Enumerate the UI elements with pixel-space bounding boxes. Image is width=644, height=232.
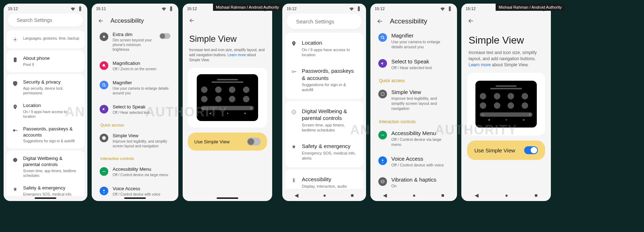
magnifier-icon bbox=[380, 35, 386, 40]
header: Accessibility bbox=[370, 12, 457, 28]
speak-icon bbox=[101, 106, 107, 112]
battery-icon bbox=[356, 6, 362, 12]
shield-icon bbox=[12, 81, 18, 86]
a11y-row-simple-view[interactable]: Simple ViewImprove text legibility, and … bbox=[95, 129, 175, 153]
a11y-row-vibration[interactable]: Vibration & hapticsOn bbox=[373, 172, 454, 189]
phone-a11y-large: 15:12 Accessibility MagnifierUse your ca… bbox=[370, 4, 457, 201]
statusbar: 15:12 bbox=[370, 4, 457, 12]
settings-row-passwords[interactable]: Passwords, passkeys & accountsSuggestion… bbox=[6, 122, 84, 147]
nav-home[interactable]: ● bbox=[413, 192, 415, 198]
svg-point-20 bbox=[293, 178, 295, 179]
a11y-row-menu[interactable]: Accessibility MenuOff / Control device v… bbox=[373, 126, 454, 152]
use-simpleview-row[interactable]: Use Simple View bbox=[467, 140, 545, 160]
use-simpleview-row[interactable]: Use Simple View bbox=[188, 133, 267, 151]
back-icon[interactable] bbox=[376, 18, 383, 25]
svg-point-28 bbox=[382, 160, 383, 161]
svg-point-8 bbox=[103, 36, 105, 37]
nav-recent[interactable]: ■ bbox=[535, 192, 538, 198]
header: Accessibility bbox=[92, 12, 178, 27]
nav-back[interactable]: ◀ bbox=[295, 192, 299, 198]
mock-phone: G ◀●■ bbox=[197, 74, 258, 121]
accessibility-icon bbox=[291, 177, 297, 183]
nav-recent[interactable]: ■ bbox=[441, 192, 444, 198]
a11y-row-magnification[interactable]: MagnificationOff / Zoom in on the screen bbox=[95, 56, 175, 76]
search-input[interactable] bbox=[17, 17, 80, 23]
settings-row-safety[interactable]: Safety & emergencyEmergency SOS, medical… bbox=[285, 138, 363, 166]
header bbox=[461, 12, 551, 27]
magnifier-icon bbox=[101, 82, 107, 88]
search-input[interactable] bbox=[296, 18, 365, 24]
page-title: Accessibility bbox=[390, 17, 427, 25]
location-icon bbox=[12, 104, 18, 110]
wifi-icon bbox=[349, 6, 354, 12]
magnification-icon bbox=[101, 63, 107, 68]
svg-point-17 bbox=[292, 71, 294, 72]
svg-point-23 bbox=[381, 36, 384, 39]
wellbeing-icon bbox=[291, 109, 297, 115]
a11y-row-select-speak[interactable]: Select to SpeakOff / Hear selected text bbox=[373, 54, 454, 75]
status-time: 15:12 bbox=[8, 6, 18, 11]
simpleview-desc: Increase text and icon size, simplify la… bbox=[186, 48, 269, 68]
settings-row-system[interactable]: Languages, gestures, time, backup bbox=[6, 32, 84, 47]
svg-point-25 bbox=[381, 135, 382, 135]
simpleview-toggle[interactable] bbox=[247, 138, 261, 146]
settings-row-security[interactable]: Security & privacyApp security, device l… bbox=[6, 76, 84, 99]
a11y-row-magnifier[interactable]: MagnifierUse your camera to enlarge deta… bbox=[95, 76, 175, 100]
simple-view-icon bbox=[101, 135, 107, 141]
settings-row-wellbeing[interactable]: Digital Wellbeing & parental controlsScr… bbox=[6, 152, 84, 182]
learn-more-link[interactable]: Learn more bbox=[469, 62, 491, 67]
status-icons bbox=[70, 6, 83, 12]
wellbeing-icon bbox=[12, 157, 18, 163]
svg-rect-29 bbox=[382, 180, 383, 183]
settings-row-accessibility[interactable]: AccessibilityDisplay, interaction, audio bbox=[285, 171, 363, 189]
settings-row-wellbeing[interactable]: Digital Wellbeing & parental controlsScr… bbox=[285, 103, 363, 138]
a11y-row-magnifier[interactable]: MagnifierUse your camera to enlarge deta… bbox=[373, 28, 454, 54]
svg-point-15 bbox=[103, 190, 105, 191]
gesture-bar bbox=[35, 197, 56, 199]
navbar: ◀●■ bbox=[461, 189, 551, 201]
wifi-icon bbox=[161, 6, 167, 12]
settings-row-location[interactable]: LocationOn / 9 apps have access to locat… bbox=[285, 34, 363, 62]
settings-row-safety[interactable]: Safety & emergencyEmergency SOS, medical… bbox=[6, 182, 84, 196]
menu-icon bbox=[101, 169, 107, 174]
simpleview-toggle[interactable] bbox=[524, 146, 538, 154]
back-icon[interactable] bbox=[467, 17, 474, 24]
svg-point-2 bbox=[13, 129, 15, 131]
statusbar: 15:12 bbox=[4, 4, 87, 12]
phone-settings-large: 15:12 LocationOn / 9 apps have access to… bbox=[282, 4, 366, 201]
search-bar[interactable] bbox=[287, 14, 362, 29]
voice-icon bbox=[380, 158, 386, 164]
settings-row-about[interactable]: About phonePixel 9 bbox=[6, 52, 84, 71]
emergency-icon bbox=[12, 187, 18, 192]
extradim-toggle[interactable] bbox=[160, 33, 170, 39]
a11y-row-select-speak[interactable]: Select to SpeakOff / Hear selected text bbox=[95, 100, 175, 119]
learn-more-link[interactable]: Learn more bbox=[227, 53, 246, 57]
phone-simpleview-large: 15:12 Simple View Increase text and icon… bbox=[461, 4, 551, 201]
back-icon[interactable] bbox=[188, 17, 195, 24]
statusbar: 15:12 bbox=[282, 4, 366, 12]
wifi-icon bbox=[440, 6, 445, 12]
a11y-row-voice[interactable]: Voice AccessOff / Control device with vo… bbox=[373, 151, 454, 172]
settings-row-location[interactable]: LocationOn / 9 apps have access to locat… bbox=[6, 99, 84, 122]
a11y-row-menu[interactable]: Accessibility MenuOff / Control device v… bbox=[95, 162, 175, 182]
nav-home[interactable]: ● bbox=[505, 192, 508, 198]
simpleview-title: Simple View bbox=[186, 27, 269, 48]
statusbar: 15:11 bbox=[92, 4, 178, 12]
nav-home[interactable]: ● bbox=[323, 192, 326, 198]
nav-back[interactable]: ◀ bbox=[475, 192, 479, 198]
battery-icon bbox=[168, 6, 174, 12]
mock-phone: G ◀●■ bbox=[475, 81, 537, 128]
phone-settings-small: 15:12 Languages, gestures, time, backup … bbox=[4, 4, 87, 201]
section-interaction: Interaction controls bbox=[95, 153, 175, 162]
settings-row-passwords[interactable]: Passwords, passkeys & accountsSuggestion… bbox=[285, 62, 363, 98]
a11y-row-simple-view[interactable]: Simple ViewImprove text legibility, and … bbox=[373, 85, 454, 116]
nav-recent[interactable]: ■ bbox=[351, 192, 354, 198]
search-bar[interactable] bbox=[8, 14, 83, 27]
page-title: Accessibility bbox=[110, 17, 144, 24]
nav-back[interactable]: ◀ bbox=[383, 192, 387, 198]
credit-badge-2: Mishaal Rahman / Android Authority bbox=[496, 4, 565, 11]
a11y-row-extradim[interactable]: Extra dimDim screen beyond your phone's … bbox=[95, 27, 175, 56]
svg-point-9 bbox=[103, 64, 105, 66]
back-icon[interactable] bbox=[97, 18, 104, 24]
a11y-row-voice[interactable]: Voice AccessOff / Control device with vo… bbox=[95, 182, 175, 196]
